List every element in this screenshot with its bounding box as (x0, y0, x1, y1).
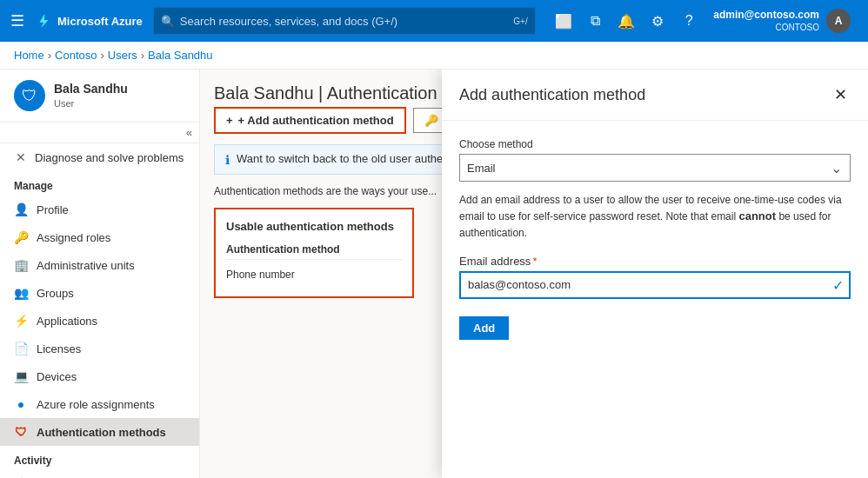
check-icon: ✓ (832, 276, 844, 293)
settings-icon[interactable]: ⚙ (644, 7, 671, 35)
method-description: Add an email address to a user to allow … (459, 192, 851, 241)
email-input[interactable] (459, 271, 851, 299)
cloud-shell-icon[interactable]: ⬜ (550, 7, 578, 35)
user-header-name: Bala Sandhu (54, 81, 128, 98)
add-button-label: + Add authentication method (238, 114, 394, 127)
auth-column-header: Authentication method (226, 240, 402, 260)
breadcrumb: Home › Contoso › Users › Bala Sandhu (0, 42, 868, 70)
top-navigation: ☰ Microsoft Azure 🔍 G+/ ⬜ ⧉ 🔔 ⚙ ? admin@… (0, 0, 868, 42)
reset-icon: 🔑 (424, 114, 438, 127)
sidebar-item-azure-roles[interactable]: ● Azure role assignments (0, 390, 199, 418)
panel-overlay: Add authentication method ✕ Choose metho… (442, 70, 868, 478)
email-input-wrapper: ✓ (459, 271, 851, 299)
activity-section-label: Activity (0, 446, 199, 470)
email-label: Email address * (459, 255, 851, 268)
azure-logo-text: Microsoft Azure (57, 15, 143, 28)
panel-title: Add authentication method (459, 86, 645, 104)
devices-icon: 💻 (14, 369, 28, 383)
avatar: A (826, 9, 851, 33)
main-layout: 🛡 Bala Sandhu User « ✕ Diagnose and solv… (0, 70, 868, 478)
breadcrumb-sep-3: › (141, 49, 144, 62)
search-input[interactable] (180, 15, 509, 28)
close-panel-button[interactable]: ✕ (831, 83, 851, 106)
user-tenant: CONTOSO (713, 22, 819, 33)
breadcrumb-sep-2: › (100, 49, 103, 62)
sidebar-item-label: Administrative units (37, 259, 135, 272)
breadcrumb-contoso[interactable]: Contoso (55, 49, 97, 62)
nav-icons: ⬜ ⧉ 🔔 ⚙ ? admin@contoso.com CONTOSO A (550, 5, 858, 37)
manage-section-label: Manage (0, 171, 199, 196)
collapse-sidebar-button[interactable]: « (0, 123, 199, 143)
sidebar-item-label: Assigned roles (37, 231, 110, 244)
diagnose-icon: ✕ (14, 150, 28, 164)
admin-units-icon: 🏢 (14, 258, 28, 272)
directory-icon[interactable]: ⧉ (581, 7, 609, 35)
azure-logo-icon (35, 12, 52, 30)
panel-body: Choose method Email Phone Add an email a… (442, 121, 868, 478)
breadcrumb-sep-1: › (48, 49, 51, 62)
user-name: admin@contoso.com (713, 9, 819, 23)
sidebar-item-diagnose[interactable]: ✕ Diagnose and solve problems (0, 143, 199, 171)
user-header-role: User (54, 97, 128, 110)
auth-method-row: Phone number (226, 263, 402, 286)
auth-methods-icon: 🛡 (14, 425, 28, 439)
sidebar-item-label: Groups (37, 287, 74, 300)
panel-header: Add authentication method ✕ (442, 70, 868, 121)
user-header: 🛡 Bala Sandhu User (0, 70, 199, 123)
add-auth-method-button[interactable]: + + Add authentication method (214, 107, 406, 134)
breadcrumb-home[interactable]: Home (14, 49, 44, 62)
auth-methods-title: Usable authentication methods (226, 220, 402, 233)
breadcrumb-users[interactable]: Users (108, 49, 137, 62)
user-info[interactable]: admin@contoso.com CONTOSO A (706, 5, 858, 37)
applications-icon: ⚡ (14, 314, 28, 328)
breadcrumb-bala-sandhu[interactable]: Bala Sandhu (148, 49, 212, 62)
sidebar: 🛡 Bala Sandhu User « ✕ Diagnose and solv… (0, 70, 200, 478)
auth-methods-box: Usable authentication methods Authentica… (214, 208, 414, 298)
help-icon[interactable]: ? (675, 7, 703, 35)
required-star: * (532, 255, 537, 268)
sidebar-item-licenses[interactable]: 📄 Licenses (0, 335, 199, 362)
sidebar-item-label: Azure role assignments (37, 398, 155, 411)
sidebar-item-label: Devices (37, 370, 77, 383)
sidebar-item-auth-methods[interactable]: 🛡 Authentication methods (0, 418, 199, 446)
sidebar-item-devices[interactable]: 💻 Devices (0, 362, 199, 390)
search-icon: 🔍 (161, 15, 175, 28)
add-button[interactable]: Add (459, 316, 509, 340)
groups-icon: 👥 (14, 286, 28, 300)
notifications-icon[interactable]: 🔔 (612, 7, 640, 35)
sidebar-item-applications[interactable]: ⚡ Applications (0, 307, 199, 335)
sidebar-item-label: Licenses (37, 342, 81, 355)
sidebar-item-signins[interactable]: 📋 Sign-ins (0, 470, 199, 478)
sidebar-item-label: Authentication methods (37, 426, 166, 439)
choose-method-select[interactable]: Email Phone (459, 154, 851, 182)
add-icon: + (226, 114, 233, 127)
search-shortcut: G+/ (513, 17, 527, 26)
sidebar-item-assigned-roles[interactable]: 🔑 Assigned roles (0, 223, 199, 251)
diagnose-label: Diagnose and solve problems (35, 151, 184, 164)
info-banner-text: Want to switch back to the old user auth… (237, 152, 458, 165)
content-area: Bala Sandhu | Authentication methods + +… (200, 70, 868, 478)
info-icon: ℹ (225, 153, 230, 167)
sidebar-item-groups[interactable]: 👥 Groups (0, 279, 199, 307)
choose-method-select-wrapper: Email Phone (459, 154, 851, 182)
hamburger-menu[interactable]: ☰ (10, 11, 24, 30)
sidebar-item-profile[interactable]: 👤 Profile (0, 196, 199, 223)
roles-icon: 🔑 (14, 230, 28, 244)
search-bar[interactable]: 🔍 G+/ (153, 7, 536, 35)
azure-logo: Microsoft Azure (35, 12, 143, 30)
licenses-icon: 📄 (14, 342, 28, 355)
azure-roles-icon: ● (14, 397, 28, 411)
choose-method-label: Choose method (459, 138, 851, 150)
sidebar-item-label: Applications (37, 315, 97, 328)
sidebar-item-label: Profile (37, 203, 69, 216)
sidebar-item-admin-units[interactable]: 🏢 Administrative units (0, 251, 199, 279)
user-shield-icon: 🛡 (14, 80, 45, 111)
profile-icon: 👤 (14, 202, 28, 216)
